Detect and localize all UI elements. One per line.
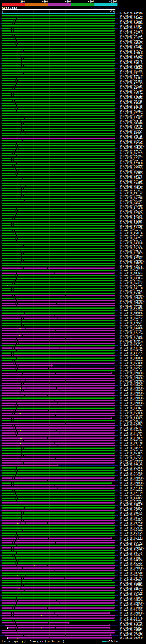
bar <box>2 260 114 261</box>
hit-label[interactable]: UniRef100_P50345 <box>120 107 143 110</box>
gap-tick <box>22 118 22 119</box>
gap-tick <box>16 365 17 366</box>
arrowhead-icon <box>114 157 115 159</box>
alignment-row[interactable]: UniRef100_B3TK58 <box>0 262 146 264</box>
hit-label[interactable]: UniRef100_Q6CEP2 <box>120 222 143 224</box>
alignment-row[interactable]: UniRef100_C4WRM3 <box>0 494 146 497</box>
gap-tick <box>21 520 22 521</box>
gap-tick <box>23 198 23 199</box>
hit-label[interactable]: UniRef100_Q9NHP0 <box>120 182 143 184</box>
arrowhead-icon <box>114 107 115 110</box>
arrowhead-icon <box>110 634 112 636</box>
gap-tick <box>21 138 21 139</box>
hit-label[interactable]: UniRef100_UPI000.. <box>120 300 146 302</box>
hit-label[interactable]: UniRef100_C4WRM2 <box>120 497 143 500</box>
gap-tick <box>14 552 14 554</box>
alignment-row[interactable]: UniRef100_Q56FG1 <box>0 184 146 187</box>
alignment-row[interactable]: UniRef100_C6TGA6 <box>0 67 146 70</box>
bar <box>2 263 114 264</box>
hit-label[interactable]: UniRef100_UPI000.. <box>120 260 146 262</box>
arrowhead-icon <box>114 472 115 474</box>
hit-label[interactable]: UniRef100_O24573 <box>120 27 143 30</box>
hit-label[interactable]: UniRef100_Q56FG1 <box>120 184 143 187</box>
arrowhead-icon <box>114 449 115 452</box>
hit-label[interactable]: UniRef100_B0ES10 <box>120 572 143 574</box>
gap-tick <box>62 462 62 464</box>
alignment-row[interactable]: UniRef100_C4WRM2 <box>0 497 146 500</box>
alignment-row[interactable]: UniRef100_A2I3U3 <box>0 420 146 422</box>
bar <box>2 258 114 259</box>
hit-label[interactable]: UniRef100_A2I3U3 <box>120 420 143 422</box>
gap-tick <box>21 585 22 586</box>
bar <box>2 83 114 84</box>
gap-tick <box>14 478 15 478</box>
alignment-row[interactable]: UniRef100_B0ES10 <box>0 572 146 574</box>
alignment-row[interactable]: UniRef100_B0Z9P0 <box>0 637 146 639</box>
gap-tick <box>19 115 19 116</box>
arrowhead-icon <box>114 562 115 564</box>
alignment-row[interactable]: UniRef100_A5B5R1 <box>0 614 146 617</box>
hit-label[interactable]: UniRef100_C6TGA6 <box>120 67 143 70</box>
arrowhead-icon <box>114 322 115 324</box>
alignment-row[interactable]: UniRef100_UPI000.. <box>0 302 146 304</box>
hit-label[interactable]: UniRef100_UPI000.. <box>120 144 146 147</box>
alignment-row[interactable]: UniRef100_UPI000.. <box>0 300 146 302</box>
gap-tick <box>14 430 14 431</box>
alignment-row[interactable]: UniRef100_B0EJZ9 <box>0 574 146 577</box>
gap-tick <box>47 480 48 481</box>
alignment-row[interactable]: UniRef100_Q9NHP0 <box>0 182 146 184</box>
gap-tick <box>15 362 16 364</box>
alignment-row[interactable]: UniRef100_C4JVS3 <box>0 534 146 537</box>
alignment-row[interactable]: UniRef100_UPI000.. <box>0 377 146 380</box>
hit-label[interactable]: UniRef100_C3Z0M5 <box>120 417 143 420</box>
arrowhead-icon <box>111 537 113 539</box>
gap-tick <box>21 500 21 501</box>
alignment-row[interactable]: UniRef100_Q6P5K3 <box>0 457 146 460</box>
hit-label[interactable]: UniRef100_B0EJZ9 <box>120 574 143 577</box>
hit-label[interactable]: UniRef100_C4JVS3 <box>120 534 143 537</box>
hit-label[interactable]: UniRef100_Q307Z8 <box>120 105 143 107</box>
alignment-row[interactable]: UniRef100_UPI000.. <box>0 144 146 147</box>
alignment-row[interactable]: UniRef100_Q8LNX8 <box>0 65 146 67</box>
hit-label[interactable]: UniRef100_B0Z9P0 <box>120 637 143 639</box>
gap-tick <box>16 532 17 534</box>
hit-label[interactable]: UniRef100_Q6P5K3 <box>120 457 143 460</box>
hit-label[interactable]: UniRef100_UPI000.. <box>120 302 146 304</box>
hit-label[interactable]: UniRef100_UPI000.. <box>120 612 146 614</box>
hit-label[interactable]: UniRef100_UPI000.. <box>120 380 146 382</box>
arrowhead-icon <box>114 460 115 462</box>
gap-tick <box>15 210 15 211</box>
gap-tick <box>14 360 15 361</box>
bar <box>2 475 114 476</box>
bar <box>2 492 114 494</box>
arrowhead-icon <box>114 102 115 104</box>
hit-label[interactable]: UniRef100_UPI000.. <box>120 377 146 380</box>
arrowhead-icon <box>114 564 115 566</box>
gap-tick <box>14 285 14 286</box>
hit-label[interactable]: UniRef100_C4WRM3 <box>120 494 143 497</box>
alignment-row[interactable]: UniRef100_B5XDP1 <box>0 340 146 342</box>
arrowhead-icon <box>114 77 115 79</box>
alignment-row[interactable]: UniRef100_Q6CEP2 <box>0 222 146 224</box>
alignment-row[interactable]: UniRef100_O24573 <box>0 27 146 30</box>
alignment-row[interactable]: UniRef100_UPI000.. <box>0 260 146 262</box>
gap-tick <box>17 178 18 179</box>
hit-label[interactable]: UniRef100_B5XDP1 <box>120 340 143 342</box>
hit-label[interactable]: UniRef100_B3TK58 <box>120 262 143 264</box>
gap-tick <box>13 540 13 541</box>
alignment-row[interactable]: UniRef100_C3Z0M5 <box>0 417 146 420</box>
gap-tick <box>49 340 50 341</box>
alignment-row[interactable]: UniRef100_UPI000.. <box>0 612 146 614</box>
alignment-row[interactable]: UniRef100_UPI000.. <box>0 380 146 382</box>
hit-label[interactable]: UniRef100_Q8LNX8 <box>120 65 143 67</box>
hit-label[interactable]: UniRef100_A5B5R1 <box>120 614 143 617</box>
gap-tick <box>64 578 65 579</box>
alignment-row[interactable]: UniRef100_Q307Z8 <box>0 105 146 107</box>
arrowhead-icon <box>114 194 115 197</box>
alignment-row[interactable]: UniRef100_P50345 <box>0 107 146 110</box>
arrowhead-icon <box>114 147 115 150</box>
arrowhead-icon <box>114 105 115 107</box>
gap-tick <box>13 428 13 428</box>
bar <box>2 502 114 504</box>
arrowhead-icon <box>114 267 115 269</box>
